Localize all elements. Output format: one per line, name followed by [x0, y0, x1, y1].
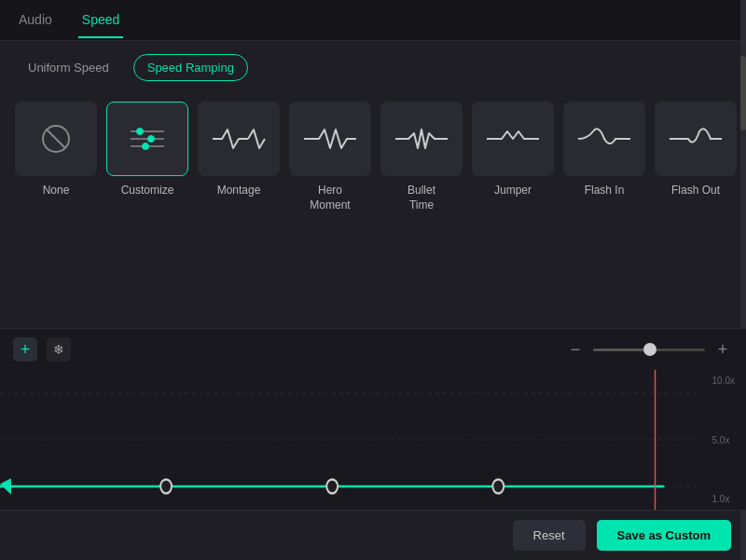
preset-flash-in-label: Flash In — [585, 184, 625, 198]
preset-jumper-label: Jumper — [494, 184, 532, 198]
preset-flash-in[interactable]: Flash In — [563, 102, 645, 198]
preset-jumper-icon — [472, 102, 554, 176]
jumper-icon — [485, 122, 541, 156]
preset-customize[interactable]: Customize — [106, 102, 188, 198]
zoom-out-button[interactable]: − — [565, 339, 586, 360]
graph-label-1x: 1.0x — [712, 494, 735, 504]
svg-point-13 — [492, 480, 504, 494]
graph-svg — [0, 370, 701, 510]
bottom-bar: Reset Save as Custom — [0, 510, 746, 560]
tab-audio[interactable]: Audio — [15, 3, 56, 38]
presets-grid: None Customize — [15, 102, 731, 212]
svg-point-6 — [148, 136, 155, 143]
preset-montage-label: Montage — [217, 184, 261, 198]
preset-hero-moment-label: HeroMoment — [310, 184, 350, 212]
svg-line-1 — [47, 130, 65, 148]
zoom-controls: − + — [565, 339, 733, 360]
preset-none[interactable]: None — [15, 102, 97, 198]
preset-flash-in-icon — [563, 102, 645, 176]
preset-montage-icon — [198, 102, 280, 176]
preset-flash-out-icon — [655, 102, 737, 176]
preset-jumper[interactable]: Jumper — [472, 102, 554, 198]
preset-hero-moment-icon — [289, 102, 371, 176]
graph-labels: 10.0x 5.0x 1.0x — [712, 370, 735, 510]
preset-flash-out[interactable]: Flash Out — [655, 102, 737, 198]
preset-bullet-time-icon — [380, 102, 463, 176]
preset-montage[interactable]: Montage — [198, 102, 280, 198]
svg-point-11 — [160, 480, 172, 494]
freeze-button[interactable]: ❄ — [47, 337, 71, 362]
zoom-in-button[interactable]: + — [712, 339, 733, 360]
reset-button[interactable]: Reset — [513, 520, 586, 551]
none-icon — [37, 120, 75, 157]
svg-point-12 — [326, 480, 338, 494]
presets-section: None Customize — [0, 94, 746, 328]
customize-icon — [127, 122, 168, 156]
save-custom-button[interactable]: Save as Custom — [597, 520, 731, 551]
graph-label-5x: 5.0x — [712, 435, 735, 445]
tab-bar: Audio Speed — [0, 0, 746, 41]
preset-none-icon — [15, 102, 97, 176]
zoom-slider-thumb[interactable] — [643, 343, 656, 356]
svg-point-7 — [143, 143, 149, 150]
main-panel: Audio Speed Uniform Speed Speed Ramping … — [0, 0, 746, 560]
preset-hero-moment[interactable]: HeroMoment — [289, 102, 371, 212]
bullet-time-icon — [394, 122, 449, 156]
preset-flash-out-label: Flash Out — [671, 184, 720, 198]
preset-bullet-time[interactable]: BulletTime — [380, 102, 463, 212]
flash-out-icon — [668, 122, 724, 156]
hero-moment-icon — [302, 122, 358, 156]
tab-speed[interactable]: Speed — [78, 3, 123, 38]
preset-customize-label: Customize — [121, 184, 174, 198]
montage-icon — [211, 122, 267, 156]
zoom-slider[interactable] — [593, 348, 705, 351]
graph-canvas: 10.0x 5.0x 1.0x — [0, 370, 739, 510]
graph-toolbar: + ❄ − + — [0, 329, 746, 370]
graph-label-10x: 10.0x — [712, 376, 735, 386]
uniform-speed-button[interactable]: Uniform Speed — [15, 55, 122, 80]
svg-point-5 — [137, 129, 144, 135]
scrollbar-thumb — [740, 56, 746, 130]
add-keyframe-button[interactable]: + — [13, 337, 37, 362]
zoom-slider-fill — [593, 348, 649, 351]
preset-bullet-time-label: BulletTime — [408, 184, 435, 212]
flash-in-icon — [576, 122, 632, 156]
graph-section: + ❄ − + — [0, 328, 746, 510]
mode-bar: Uniform Speed Speed Ramping — [0, 41, 746, 94]
preset-customize-icon — [106, 102, 188, 176]
preset-none-label: None — [43, 184, 70, 198]
speed-ramping-button[interactable]: Speed Ramping — [133, 54, 248, 81]
